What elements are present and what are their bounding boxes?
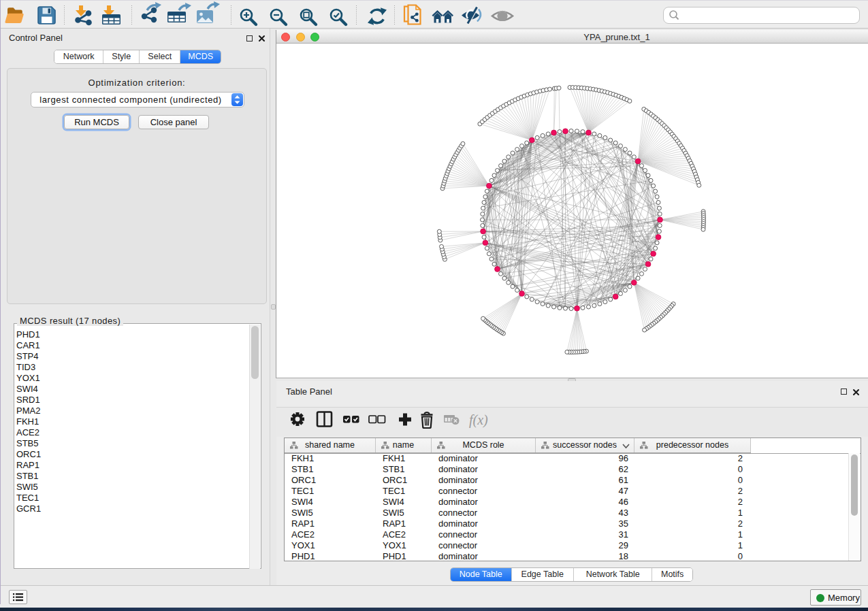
- svg-text:f(x): f(x): [469, 412, 488, 428]
